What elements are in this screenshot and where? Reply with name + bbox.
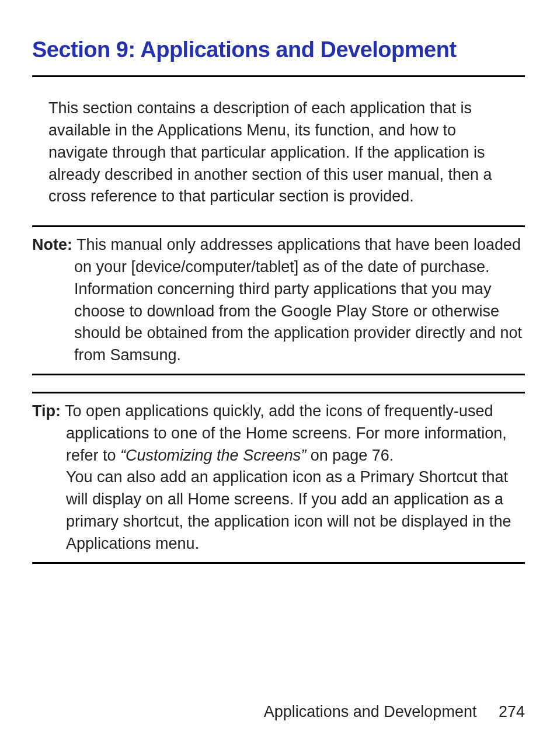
tip-label: Tip: [32,402,61,420]
footer-section-name: Applications and Development [264,703,477,720]
note-bottom-rule [32,374,525,375]
tip-cross-reference: “Customizing the Screens” [120,447,306,464]
title-divider [32,75,525,77]
tip-body-3: You can also add an application icon as … [66,466,522,555]
tip-body-2: on page 76. [306,447,394,464]
page-number: 274 [499,703,525,721]
section-title: Section 9: Applications and Development [32,35,525,65]
note-callout: Note: This manual only addresses applica… [32,234,522,367]
page-footer: Applications and Development 274 [264,703,525,721]
note-body: This manual only addresses applications … [74,236,522,364]
tip-top-rule [32,392,525,393]
note-label: Note: [32,236,72,253]
intro-paragraph: This section contains a description of e… [48,97,519,208]
tip-callout: Tip: To open applications quickly, add t… [32,400,522,555]
note-top-rule [32,225,525,227]
tip-bottom-rule [32,562,525,564]
